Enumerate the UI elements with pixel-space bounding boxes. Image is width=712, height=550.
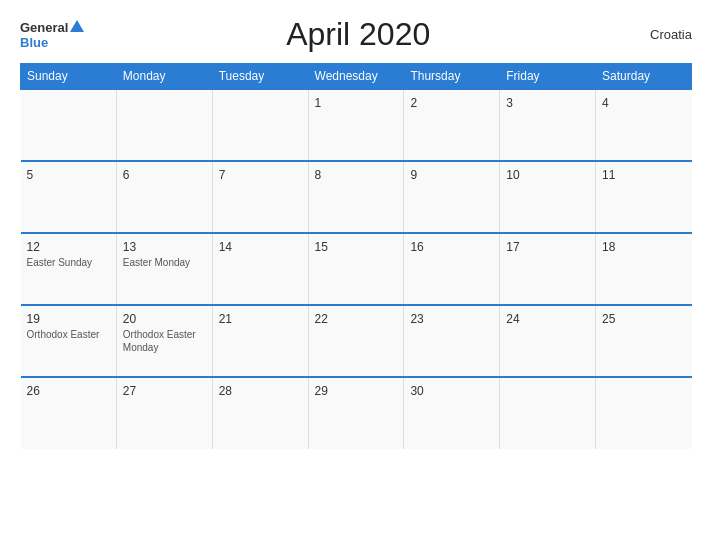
- calendar-cell: 30: [404, 377, 500, 449]
- col-thursday: Thursday: [404, 64, 500, 90]
- col-wednesday: Wednesday: [308, 64, 404, 90]
- day-number: 12: [27, 240, 110, 254]
- day-number: 17: [506, 240, 589, 254]
- day-number: 18: [602, 240, 685, 254]
- day-number: 19: [27, 312, 110, 326]
- logo-blue-text: Blue: [20, 35, 48, 50]
- calendar-cell: 8: [308, 161, 404, 233]
- day-number: 20: [123, 312, 206, 326]
- header: General Blue April 2020 Croatia: [20, 16, 692, 53]
- day-number: 26: [27, 384, 110, 398]
- calendar-cell: 13Easter Monday: [116, 233, 212, 305]
- day-number: 9: [410, 168, 493, 182]
- event-label: Orthodox Easter: [27, 328, 110, 341]
- day-number: 3: [506, 96, 589, 110]
- calendar-cell: 19Orthodox Easter: [21, 305, 117, 377]
- day-number: 4: [602, 96, 685, 110]
- day-number: 25: [602, 312, 685, 326]
- calendar-cell: 21: [212, 305, 308, 377]
- calendar-cell: [500, 377, 596, 449]
- day-number: 27: [123, 384, 206, 398]
- day-number: 6: [123, 168, 206, 182]
- calendar-cell: 2: [404, 89, 500, 161]
- col-tuesday: Tuesday: [212, 64, 308, 90]
- calendar-cell: 14: [212, 233, 308, 305]
- calendar-cell: [116, 89, 212, 161]
- day-number: 28: [219, 384, 302, 398]
- calendar-week-row: 2627282930: [21, 377, 692, 449]
- calendar-cell: [596, 377, 692, 449]
- col-sunday: Sunday: [21, 64, 117, 90]
- logo-general-text: General: [20, 20, 68, 35]
- calendar-cell: [21, 89, 117, 161]
- calendar-cell: 28: [212, 377, 308, 449]
- country-label: Croatia: [632, 27, 692, 42]
- calendar-cell: 24: [500, 305, 596, 377]
- calendar-body: 123456789101112Easter Sunday13Easter Mon…: [21, 89, 692, 449]
- calendar-cell: 20Orthodox Easter Monday: [116, 305, 212, 377]
- day-number: 14: [219, 240, 302, 254]
- calendar-cell: 27: [116, 377, 212, 449]
- calendar-cell: 10: [500, 161, 596, 233]
- calendar-cell: 23: [404, 305, 500, 377]
- col-monday: Monday: [116, 64, 212, 90]
- calendar-cell: 29: [308, 377, 404, 449]
- calendar-cell: 17: [500, 233, 596, 305]
- calendar-cell: 1: [308, 89, 404, 161]
- day-number: 5: [27, 168, 110, 182]
- calendar-cell: 26: [21, 377, 117, 449]
- calendar-cell: 9: [404, 161, 500, 233]
- day-number: 23: [410, 312, 493, 326]
- calendar-cell: 7: [212, 161, 308, 233]
- calendar-header: Sunday Monday Tuesday Wednesday Thursday…: [21, 64, 692, 90]
- day-number: 11: [602, 168, 685, 182]
- day-number: 2: [410, 96, 493, 110]
- logo: General Blue: [20, 20, 84, 50]
- day-number: 7: [219, 168, 302, 182]
- day-number: 8: [315, 168, 398, 182]
- calendar-cell: 4: [596, 89, 692, 161]
- calendar-week-row: 567891011: [21, 161, 692, 233]
- day-number: 29: [315, 384, 398, 398]
- event-label: Easter Monday: [123, 256, 206, 269]
- calendar-cell: 22: [308, 305, 404, 377]
- calendar-week-row: 1234: [21, 89, 692, 161]
- calendar-title: April 2020: [84, 16, 632, 53]
- day-number: 13: [123, 240, 206, 254]
- weekday-row: Sunday Monday Tuesday Wednesday Thursday…: [21, 64, 692, 90]
- event-label: Easter Sunday: [27, 256, 110, 269]
- calendar-cell: 25: [596, 305, 692, 377]
- calendar-week-row: 19Orthodox Easter20Orthodox Easter Monda…: [21, 305, 692, 377]
- event-label: Orthodox Easter Monday: [123, 328, 206, 354]
- calendar-table: Sunday Monday Tuesday Wednesday Thursday…: [20, 63, 692, 449]
- calendar-cell: 6: [116, 161, 212, 233]
- day-number: 16: [410, 240, 493, 254]
- day-number: 30: [410, 384, 493, 398]
- calendar-cell: 11: [596, 161, 692, 233]
- calendar-cell: 12Easter Sunday: [21, 233, 117, 305]
- day-number: 21: [219, 312, 302, 326]
- logo-triangle-icon: [70, 20, 84, 32]
- calendar-cell: 3: [500, 89, 596, 161]
- calendar-cell: 18: [596, 233, 692, 305]
- calendar-page: General Blue April 2020 Croatia Sunday M…: [0, 0, 712, 550]
- col-saturday: Saturday: [596, 64, 692, 90]
- day-number: 10: [506, 168, 589, 182]
- day-number: 24: [506, 312, 589, 326]
- col-friday: Friday: [500, 64, 596, 90]
- day-number: 15: [315, 240, 398, 254]
- calendar-cell: 16: [404, 233, 500, 305]
- calendar-cell: 15: [308, 233, 404, 305]
- day-number: 22: [315, 312, 398, 326]
- calendar-cell: 5: [21, 161, 117, 233]
- day-number: 1: [315, 96, 398, 110]
- calendar-week-row: 12Easter Sunday13Easter Monday1415161718: [21, 233, 692, 305]
- calendar-cell: [212, 89, 308, 161]
